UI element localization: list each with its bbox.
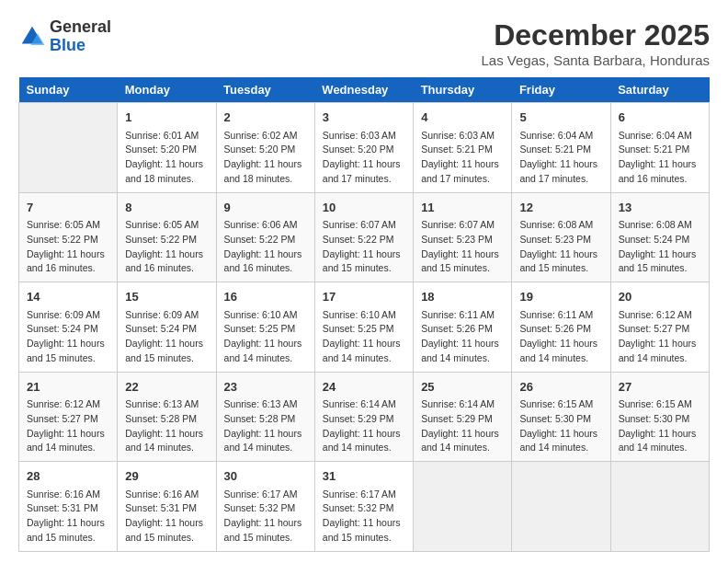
calendar-cell <box>512 462 610 552</box>
calendar-cell: 2Sunrise: 6:02 AM Sunset: 5:20 PM Daylig… <box>216 103 314 193</box>
calendar-week-row: 1Sunrise: 6:01 AM Sunset: 5:20 PM Daylig… <box>19 103 710 193</box>
day-info: Sunrise: 6:10 AM Sunset: 5:25 PM Dayligh… <box>224 308 307 366</box>
calendar-header-monday: Monday <box>118 77 216 103</box>
day-number: 11 <box>421 199 504 217</box>
calendar-cell: 16Sunrise: 6:10 AM Sunset: 5:25 PM Dayli… <box>216 282 314 373</box>
day-number: 27 <box>619 378 701 396</box>
day-number: 15 <box>125 288 208 306</box>
calendar-cell: 1Sunrise: 6:01 AM Sunset: 5:20 PM Daylig… <box>118 103 216 193</box>
day-info: Sunrise: 6:09 AM Sunset: 5:24 PM Dayligh… <box>125 308 208 366</box>
calendar-header-thursday: Thursday <box>414 77 512 103</box>
day-info: Sunrise: 6:07 AM Sunset: 5:23 PM Dayligh… <box>421 218 504 276</box>
calendar-header-sunday: Sunday <box>19 77 118 103</box>
day-info: Sunrise: 6:12 AM Sunset: 5:27 PM Dayligh… <box>27 397 109 455</box>
calendar-cell: 17Sunrise: 6:10 AM Sunset: 5:25 PM Dayli… <box>314 282 413 373</box>
calendar-header-tuesday: Tuesday <box>216 77 314 103</box>
day-info: Sunrise: 6:16 AM Sunset: 5:31 PM Dayligh… <box>125 488 208 546</box>
calendar-cell: 15Sunrise: 6:09 AM Sunset: 5:24 PM Dayli… <box>118 282 216 373</box>
logo: General Blue <box>18 18 111 55</box>
calendar-cell: 24Sunrise: 6:14 AM Sunset: 5:29 PM Dayli… <box>314 372 413 462</box>
day-info: Sunrise: 6:13 AM Sunset: 5:28 PM Dayligh… <box>125 397 208 455</box>
day-info: Sunrise: 6:08 AM Sunset: 5:24 PM Dayligh… <box>619 218 701 276</box>
day-info: Sunrise: 6:10 AM Sunset: 5:25 PM Dayligh… <box>323 308 405 366</box>
day-info: Sunrise: 6:11 AM Sunset: 5:26 PM Dayligh… <box>519 308 602 366</box>
day-number: 26 <box>519 378 602 396</box>
calendar-cell: 22Sunrise: 6:13 AM Sunset: 5:28 PM Dayli… <box>118 372 216 462</box>
day-info: Sunrise: 6:04 AM Sunset: 5:21 PM Dayligh… <box>619 129 701 187</box>
day-number: 16 <box>224 288 307 306</box>
calendar-week-row: 14Sunrise: 6:09 AM Sunset: 5:24 PM Dayli… <box>19 282 710 373</box>
page-header: General Blue December 2025 Las Vegas, Sa… <box>18 18 710 68</box>
day-number: 23 <box>224 378 307 396</box>
day-info: Sunrise: 6:15 AM Sunset: 5:30 PM Dayligh… <box>519 397 602 455</box>
day-info: Sunrise: 6:07 AM Sunset: 5:22 PM Dayligh… <box>323 218 405 276</box>
day-info: Sunrise: 6:14 AM Sunset: 5:29 PM Dayligh… <box>421 397 504 455</box>
day-info: Sunrise: 6:06 AM Sunset: 5:22 PM Dayligh… <box>224 218 307 276</box>
day-info: Sunrise: 6:04 AM Sunset: 5:21 PM Dayligh… <box>519 129 602 187</box>
calendar-header-friday: Friday <box>512 77 610 103</box>
calendar-cell: 9Sunrise: 6:06 AM Sunset: 5:22 PM Daylig… <box>216 192 314 282</box>
calendar-cell: 30Sunrise: 6:17 AM Sunset: 5:32 PM Dayli… <box>216 462 314 552</box>
calendar-cell <box>610 462 709 552</box>
calendar-cell: 3Sunrise: 6:03 AM Sunset: 5:20 PM Daylig… <box>314 103 413 193</box>
day-info: Sunrise: 6:16 AM Sunset: 5:31 PM Dayligh… <box>27 488 109 546</box>
calendar-cell <box>414 462 512 552</box>
day-number: 14 <box>27 288 109 306</box>
day-number: 24 <box>323 378 405 396</box>
day-info: Sunrise: 6:05 AM Sunset: 5:22 PM Dayligh… <box>27 218 109 276</box>
day-info: Sunrise: 6:02 AM Sunset: 5:20 PM Dayligh… <box>224 129 307 187</box>
calendar-cell: 7Sunrise: 6:05 AM Sunset: 5:22 PM Daylig… <box>19 192 118 282</box>
day-info: Sunrise: 6:13 AM Sunset: 5:28 PM Dayligh… <box>224 397 307 455</box>
day-number: 10 <box>323 199 405 217</box>
day-number: 30 <box>224 467 307 486</box>
calendar-header-wednesday: Wednesday <box>314 77 413 103</box>
calendar-header-row: SundayMondayTuesdayWednesdayThursdayFrid… <box>19 77 710 103</box>
day-info: Sunrise: 6:17 AM Sunset: 5:32 PM Dayligh… <box>224 488 307 546</box>
calendar-cell: 31Sunrise: 6:17 AM Sunset: 5:32 PM Dayli… <box>314 462 413 552</box>
day-info: Sunrise: 6:08 AM Sunset: 5:23 PM Dayligh… <box>519 218 602 276</box>
calendar-cell: 26Sunrise: 6:15 AM Sunset: 5:30 PM Dayli… <box>512 372 610 462</box>
calendar-cell: 21Sunrise: 6:12 AM Sunset: 5:27 PM Dayli… <box>19 372 118 462</box>
day-info: Sunrise: 6:03 AM Sunset: 5:20 PM Dayligh… <box>323 129 405 187</box>
calendar-cell: 11Sunrise: 6:07 AM Sunset: 5:23 PM Dayli… <box>414 192 512 282</box>
day-number: 25 <box>421 378 504 396</box>
calendar-cell <box>19 103 118 193</box>
calendar-week-row: 28Sunrise: 6:16 AM Sunset: 5:31 PM Dayli… <box>19 462 710 552</box>
calendar-cell: 20Sunrise: 6:12 AM Sunset: 5:27 PM Dayli… <box>610 282 709 373</box>
calendar-week-row: 7Sunrise: 6:05 AM Sunset: 5:22 PM Daylig… <box>19 192 710 282</box>
calendar-cell: 10Sunrise: 6:07 AM Sunset: 5:22 PM Dayli… <box>314 192 413 282</box>
calendar-cell: 5Sunrise: 6:04 AM Sunset: 5:21 PM Daylig… <box>512 103 610 193</box>
calendar-cell: 23Sunrise: 6:13 AM Sunset: 5:28 PM Dayli… <box>216 372 314 462</box>
calendar-table: SundayMondayTuesdayWednesdayThursdayFrid… <box>18 77 710 552</box>
logo-text: General Blue <box>50 18 111 55</box>
day-info: Sunrise: 6:01 AM Sunset: 5:20 PM Dayligh… <box>125 129 208 187</box>
day-number: 31 <box>323 467 405 486</box>
day-number: 28 <box>27 467 109 486</box>
day-number: 6 <box>619 109 701 127</box>
calendar-cell: 4Sunrise: 6:03 AM Sunset: 5:21 PM Daylig… <box>414 103 512 193</box>
calendar-cell: 18Sunrise: 6:11 AM Sunset: 5:26 PM Dayli… <box>414 282 512 373</box>
day-number: 13 <box>619 199 701 217</box>
day-number: 20 <box>619 288 701 306</box>
logo-icon <box>18 23 46 51</box>
day-info: Sunrise: 6:12 AM Sunset: 5:27 PM Dayligh… <box>619 308 701 366</box>
day-number: 19 <box>519 288 602 306</box>
calendar-week-row: 21Sunrise: 6:12 AM Sunset: 5:27 PM Dayli… <box>19 372 710 462</box>
subtitle: Las Vegas, Santa Barbara, Honduras <box>482 52 711 68</box>
calendar-cell: 12Sunrise: 6:08 AM Sunset: 5:23 PM Dayli… <box>512 192 610 282</box>
main-title: December 2025 <box>482 18 711 52</box>
calendar-cell: 19Sunrise: 6:11 AM Sunset: 5:26 PM Dayli… <box>512 282 610 373</box>
day-number: 1 <box>125 109 208 127</box>
day-number: 3 <box>323 109 405 127</box>
calendar-cell: 14Sunrise: 6:09 AM Sunset: 5:24 PM Dayli… <box>19 282 118 373</box>
day-number: 4 <box>421 109 504 127</box>
day-info: Sunrise: 6:17 AM Sunset: 5:32 PM Dayligh… <box>323 488 405 546</box>
calendar-cell: 13Sunrise: 6:08 AM Sunset: 5:24 PM Dayli… <box>610 192 709 282</box>
day-number: 7 <box>27 199 109 217</box>
title-block: December 2025 Las Vegas, Santa Barbara, … <box>482 18 711 68</box>
day-number: 21 <box>27 378 109 396</box>
day-number: 29 <box>125 467 208 486</box>
day-number: 8 <box>125 199 208 217</box>
calendar-cell: 25Sunrise: 6:14 AM Sunset: 5:29 PM Dayli… <box>414 372 512 462</box>
day-info: Sunrise: 6:03 AM Sunset: 5:21 PM Dayligh… <box>421 129 504 187</box>
